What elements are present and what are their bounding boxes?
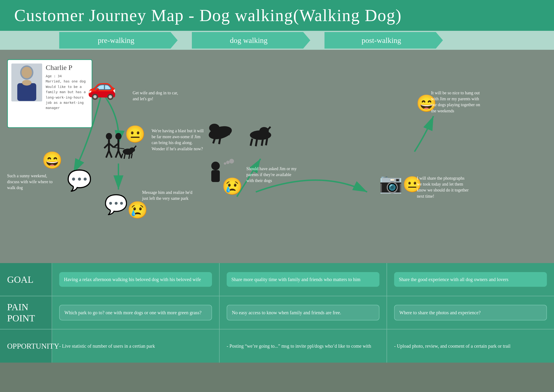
phase-post-walking: post-walking	[325, 32, 443, 49]
svg-line-17	[129, 154, 130, 159]
svg-line-35	[266, 138, 267, 145]
svg-point-6	[106, 133, 112, 140]
phase3-label: post-walking	[361, 36, 401, 45]
opportunity-bubble-1: - Live statistic of number of users in a…	[59, 343, 212, 350]
pain-bubble-1: Which park to go to? one with more dogs …	[59, 305, 212, 320]
journey-svg: 🚗 😄 💬	[0, 50, 554, 263]
pain-cell-2: No easy access to know when family and f…	[220, 296, 387, 329]
touchpoint-7-text: I will share the photographs we took tod…	[417, 175, 469, 199]
pain-point-label: PAIN POINT	[0, 296, 52, 329]
svg-line-16	[124, 154, 125, 159]
opportunity-label: OPPORTUNITY	[0, 329, 52, 363]
pain-cell-3: Where to share the photos and experience…	[387, 296, 554, 329]
touchpoint-4-text: Message him and realize he'd just left t…	[142, 189, 194, 202]
opportunity-cell-2: - Posting “we’re going to...” msg to inv…	[220, 329, 387, 363]
goal-row: GOAL Having a relax afternoon walking hi…	[0, 263, 554, 296]
touchpoint-5-text: Should have asked Jim or my parents if t…	[246, 166, 298, 184]
sad-emoji-walking: 😢	[127, 200, 148, 220]
goal-cells: Having a relax afternoon walking his bel…	[52, 263, 554, 296]
goal-bubble-1: Having a relax afternoon walking his bel…	[59, 272, 212, 287]
pain-bubble-2: No easy access to know when family and f…	[227, 305, 380, 320]
pain-bubble-3: Where to share the photos and experience…	[394, 305, 547, 320]
goal-label: GOAL	[0, 263, 52, 296]
sad-emoji-post: 😢	[222, 176, 243, 196]
svg-point-26	[209, 124, 220, 132]
touchpoint-2-text: Get wife and dog in to car, and let's go…	[133, 90, 185, 102]
happy-emoji-pre: 😄	[42, 150, 63, 170]
svg-point-39	[224, 162, 226, 165]
svg-point-41	[229, 159, 234, 163]
phase-dog-walking: dog walking	[192, 32, 310, 49]
svg-rect-38	[211, 170, 220, 182]
goal-bubble-2: Share more quality time with family and …	[227, 272, 380, 287]
touchpoint-3-text: We're having a blast but it will be far …	[152, 128, 204, 152]
svg-line-11	[109, 150, 112, 158]
opportunity-bubble-3: - Upload photo, review, and cooment of a…	[394, 343, 547, 350]
camera-icon: 📷	[379, 172, 403, 194]
car-icon: 🚗	[87, 73, 117, 101]
svg-line-29	[229, 130, 230, 135]
pain-cells: Which park to go to? one with more dogs …	[52, 296, 554, 329]
svg-line-32	[251, 139, 252, 146]
opportunity-cells: - Live statistic of number of users in a…	[52, 329, 554, 363]
svg-point-37	[211, 162, 220, 170]
chat-icon: 💬	[67, 168, 92, 192]
opportunity-cell-3: - Upload photo, review, and cooment of a…	[387, 329, 554, 363]
header: Customer Journey Map - Dog walking(Walki…	[0, 0, 554, 31]
bottom-sections: GOAL Having a relax afternoon walking hi…	[0, 263, 554, 363]
goal-cell-1: Having a relax afternoon walking his bel…	[52, 263, 220, 296]
svg-line-24	[118, 150, 121, 158]
neutral-emoji-walking: 😐	[125, 124, 146, 144]
svg-line-33	[256, 139, 257, 146]
svg-line-28	[219, 137, 220, 144]
opportunity-cell-1: - Live statistic of number of users in a…	[52, 329, 220, 363]
touchpoint-6-text: It will be so nice to hang out with Jim …	[431, 90, 483, 114]
svg-point-31	[259, 127, 269, 135]
main-journey-area: Charlie P Age : 34 Married, has one dog …	[0, 50, 554, 263]
page-title: Customer Journey Map - Dog walking(Walki…	[14, 6, 402, 25]
goal-bubble-3: Share the good experience with all dog o…	[394, 272, 547, 287]
touchpoint-1-text: Such a sunny weekend, discuss with wife …	[7, 173, 59, 191]
dogs-playing-silhouette	[207, 124, 271, 146]
opportunity-row: OPPORTUNITY - Live statistic of number o…	[0, 329, 554, 363]
phase1-label: pre-walking	[98, 36, 135, 45]
svg-line-34	[262, 139, 263, 146]
opportunity-bubble-2: - Posting “we’re going to...” msg to inv…	[227, 343, 380, 350]
pain-cell-1: Which park to go to? one with more dogs …	[52, 296, 220, 329]
message-icon: 💬	[104, 193, 128, 216]
phase-pre-walking: pre-walking	[59, 32, 178, 49]
svg-point-20	[115, 133, 122, 140]
goal-cell-2: Share more quality time with family and …	[220, 263, 387, 296]
phase-bar: pre-walking dog walking post-walking	[0, 31, 554, 50]
pain-point-row: PAIN POINT Which park to go to? one with…	[0, 296, 554, 329]
svg-point-40	[226, 161, 229, 164]
goal-cell-3: Share the good experience with all dog o…	[387, 263, 554, 296]
phase2-label: dog walking	[230, 36, 267, 45]
svg-line-18	[131, 154, 132, 158]
